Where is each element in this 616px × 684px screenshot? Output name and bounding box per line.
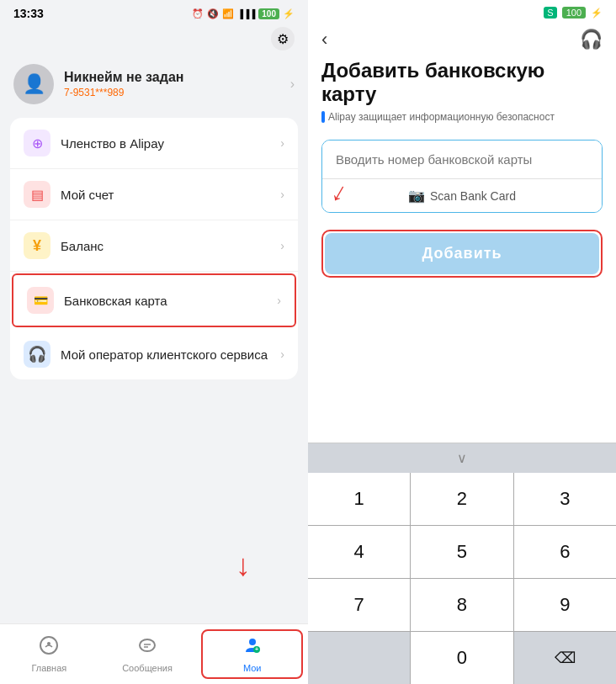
keypad-collapse-button[interactable]: ∨ [308,443,616,473]
avatar-icon: 👤 [23,73,45,95]
key-9[interactable]: 9 [514,579,616,631]
chevron-down-icon: ∨ [457,450,467,466]
security-text: Alipay защищает информационную безопасно… [328,111,555,123]
profile-section[interactable]: 👤 Никнейм не задан 7-9531***989 › [0,57,308,118]
bankcard-chevron: › [277,294,281,307]
menu-section: ↓ ⊕ Членство в Alipay › ▤ Мой счет › ¥ Б… [10,118,298,379]
security-note: Alipay защищает информационную безопасно… [308,109,616,133]
status-icons-left: ⏰ 🔇 📶 ▐▐▐ 100 ⚡ [192,8,295,19]
bottom-arrow: ↓ [236,548,251,583]
support-chevron: › [280,347,284,361]
alipay-icon: ⊕ [24,130,50,156]
camera-icon: 📷 [408,188,425,204]
menu-item-account[interactable]: ▤ Мой счет › [10,169,298,220]
bottom-nav: Главная Сообщения + [0,623,308,684]
alarm-icon: ⏰ [192,8,204,19]
wifi-icon: 📶 [222,8,234,19]
headset-icon[interactable]: 🎧 [580,29,603,50]
account-label: Мой счет [61,188,280,202]
right-header: ‹ 🎧 [308,22,616,54]
gear-icon: ⚙ [277,31,289,47]
profile-chevron: › [290,77,295,92]
nav-item-me[interactable]: + Мои [201,629,303,679]
scan-bank-card-button[interactable]: 📷 Scan Bank Card [322,179,602,212]
alipay-chevron: › [280,136,284,150]
key-0[interactable]: 0 [411,632,512,684]
key-7[interactable]: 7 [308,579,410,631]
battery-right: 100 [562,7,586,19]
messages-label: Сообщения [122,663,173,673]
bolt-icon-right: ⚡ [591,8,603,19]
balance-icon: ¥ [24,232,50,259]
status-bar-right: S 100 ⚡ [308,0,616,22]
bankcard-icon: 💳 [27,287,54,314]
avatar: 👤 [13,64,54,104]
key-6[interactable]: 6 [514,526,616,578]
key-1[interactable]: 1 [308,473,410,525]
add-button[interactable]: Добавить [325,233,599,274]
battery-icon-left: 100 [258,8,279,19]
page-title: Добавить банковскую карту [308,54,616,109]
balance-chevron: › [280,239,284,252]
profile-name: Никнейм не задан [64,70,280,85]
me-icon: + [242,635,263,660]
menu-item-balance[interactable]: ¥ Баланс › [10,220,298,272]
home-icon [39,635,59,660]
left-panel: 13:33 ⏰ 🔇 📶 ▐▐▐ 100 ⚡ ⚙ 👤 Никнейм не зад… [0,0,308,684]
key-8[interactable]: 8 [411,579,512,631]
right-panel: S 100 ⚡ ‹ 🎧 Добавить банковскую карту Al… [308,0,616,684]
keypad-section: ∨ 1 2 3 4 5 6 7 8 9 0 ⌫ [308,443,616,684]
svg-point-5 [249,639,256,645]
profile-info: Никнейм не задан 7-9531***989 [64,70,280,98]
support-icon: 🎧 [24,341,50,368]
settings-button[interactable]: ⚙ [271,27,295,50]
key-empty [308,632,410,684]
bankcard-label: Банковская карта [64,294,277,308]
scan-label: Scan Bank Card [430,189,516,203]
account-chevron: › [280,188,284,201]
bolt-icon-left: ⚡ [283,8,295,19]
svg-point-2 [140,639,155,651]
security-bar [321,111,325,123]
back-button[interactable]: ‹ [321,29,327,50]
svg-point-1 [47,642,50,645]
support-label: Мой оператор клиентского сервиса [61,347,280,362]
key-5[interactable]: 5 [411,526,512,578]
svg-text:+: + [255,646,258,652]
signal-icon: ▐▐▐ [237,9,255,19]
menu-item-support[interactable]: 🎧 Мой оператор клиентского сервиса › [10,329,298,379]
settings-bar: ⚙ [0,24,308,57]
card-number-input[interactable] [322,141,602,178]
status-time: 13:33 [13,7,44,20]
account-icon: ▤ [24,181,50,208]
profile-phone: 7-9531***989 [64,87,280,98]
key-2[interactable]: 2 [411,473,512,525]
keypad-grid: 1 2 3 4 5 6 7 8 9 0 ⌫ [308,473,616,684]
status-bar-left: 13:33 ⏰ 🔇 📶 ▐▐▐ 100 ⚡ [0,0,308,24]
nav-item-messages[interactable]: Сообщения [98,624,197,684]
key-4[interactable]: 4 [308,526,410,578]
balance-label: Баланс [61,239,280,253]
nav-item-home[interactable]: Главная [0,624,98,684]
alipay-label: Членство в Alipay [61,136,280,151]
s-icon: S [544,7,556,19]
home-label: Главная [31,663,66,673]
key-3[interactable]: 3 [514,473,616,525]
volume-icon: 🔇 [207,8,219,19]
menu-item-bankcard[interactable]: 💳 Банковская карта › [12,273,296,327]
messages-icon [137,635,157,660]
card-input-section: 📷 Scan Bank Card [321,140,603,213]
key-backspace[interactable]: ⌫ [514,632,616,684]
add-button-wrapper: Добавить [321,230,603,278]
me-label: Мои [243,663,262,673]
menu-item-alipay[interactable]: ⊕ Членство в Alipay › [10,118,298,169]
